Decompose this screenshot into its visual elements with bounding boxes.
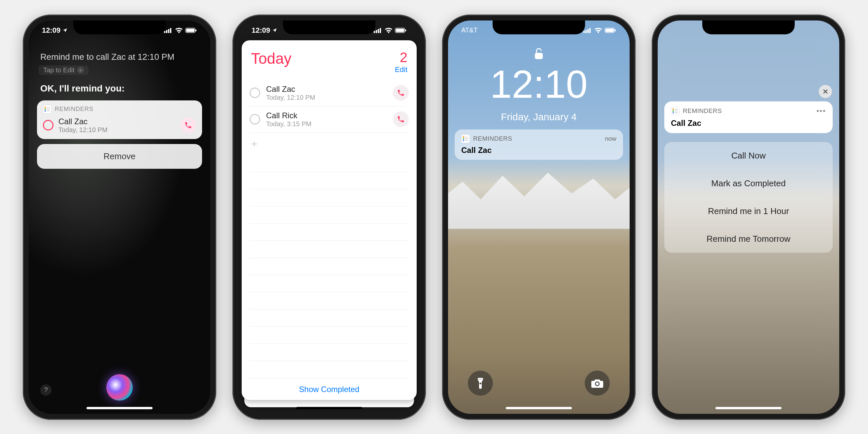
tap-to-edit-button[interactable]: Tap to Edit ›: [39, 65, 89, 75]
action-remind-tomorrow[interactable]: Remind me Tomorrow: [664, 225, 833, 253]
wifi-icon: [385, 27, 393, 33]
action-call-now[interactable]: Call Now: [664, 142, 833, 170]
svg-rect-9: [378, 29, 379, 33]
card-app-label: REMINDERS: [55, 106, 93, 113]
signal-icon: [583, 28, 592, 33]
reminder-item-sub: Today, 12:10 PM: [266, 94, 387, 101]
reminder-card[interactable]: REMINDERS Call Zac Today, 12:10 PM: [37, 100, 202, 139]
notch: [73, 21, 166, 34]
status-time: 12:09: [252, 26, 270, 35]
reminder-radio[interactable]: [250, 114, 260, 125]
reminder-item[interactable]: Call Zac Today, 12:10 PM: [250, 80, 409, 106]
edit-button[interactable]: Edit: [395, 65, 407, 74]
flashlight-button[interactable]: [468, 371, 493, 396]
wifi-icon: [175, 27, 183, 33]
empty-lines: [250, 155, 409, 378]
location-icon: [272, 28, 277, 33]
svg-rect-21: [535, 53, 543, 59]
battery-icon: [395, 27, 407, 33]
location-icon: [62, 28, 68, 33]
svg-rect-6: [195, 29, 196, 31]
svg-rect-8: [376, 30, 377, 33]
notification-title: Call Zac: [671, 119, 826, 128]
notch: [493, 21, 585, 34]
svg-rect-20: [615, 29, 616, 31]
siri-response: OK, I'll remind you:: [40, 83, 202, 94]
remove-button[interactable]: Remove: [37, 144, 202, 169]
reminder-item[interactable]: Call Rick Today, 3:15 PM: [250, 106, 409, 133]
svg-rect-12: [396, 29, 404, 32]
more-button[interactable]: •••: [816, 107, 826, 115]
siri-orb-icon[interactable]: [106, 374, 133, 401]
signal-icon: [164, 28, 173, 33]
action-mark-completed[interactable]: Mark as Completed: [664, 170, 833, 197]
carrier-label: AT&T: [461, 26, 478, 34]
show-completed-button[interactable]: Show Completed: [242, 378, 417, 404]
notification-time: now: [605, 135, 616, 142]
action-menu: Call Now Mark as Completed Remind me in …: [664, 142, 833, 253]
flashlight-icon: [475, 377, 486, 390]
siri-prompt: Remind me to call Zac at 12:10 PM: [37, 52, 202, 62]
phone-siri: 12:09 Remind me to call Zac at 12:10: [23, 14, 216, 420]
svg-rect-19: [606, 29, 614, 32]
svg-rect-10: [380, 28, 381, 33]
svg-rect-5: [186, 29, 194, 32]
call-button[interactable]: [180, 117, 196, 133]
battery-icon: [185, 27, 197, 33]
notification-app-label: REMINDERS: [473, 135, 513, 142]
svg-rect-17: [589, 28, 591, 33]
svg-rect-15: [585, 30, 587, 33]
call-button[interactable]: [393, 85, 409, 101]
phone-lock-screen: AT&T 12:10 Friday, January 4: [442, 14, 636, 420]
phone-icon: [184, 121, 192, 129]
reminders-app-icon: [671, 107, 680, 115]
close-button[interactable]: [819, 85, 832, 98]
home-indicator[interactable]: [715, 407, 781, 409]
camera-button[interactable]: [585, 371, 610, 396]
svg-rect-3: [170, 28, 172, 33]
phone-icon: [397, 89, 405, 97]
svg-rect-14: [583, 31, 585, 33]
reminder-item-title: Call Zac: [266, 85, 387, 94]
phone-reminders-app: 12:09 Today: [232, 14, 426, 420]
camera-icon: [591, 378, 603, 388]
plus-icon: +: [250, 137, 257, 150]
unlock-icon: [534, 47, 544, 60]
svg-rect-7: [374, 31, 375, 33]
svg-rect-2: [168, 29, 169, 33]
close-icon: [823, 89, 828, 94]
reminder-item-title: Call Rick: [266, 111, 387, 120]
reminder-radio[interactable]: [250, 88, 260, 98]
reminder-radio[interactable]: [43, 120, 54, 130]
svg-rect-0: [164, 31, 165, 33]
svg-rect-23: [478, 379, 483, 379]
reminder-item-sub: Today, 3:15 PM: [266, 120, 387, 128]
svg-rect-16: [587, 29, 589, 33]
reminders-app-icon: [43, 105, 52, 114]
call-button[interactable]: [393, 111, 409, 127]
list-title: Today: [251, 50, 291, 74]
notification-card[interactable]: REMINDERS now Call Zac: [455, 129, 623, 160]
notification-app-label: REMINDERS: [683, 107, 722, 115]
svg-point-25: [596, 382, 599, 385]
wifi-icon: [594, 27, 602, 33]
home-indicator[interactable]: [506, 407, 572, 409]
signal-icon: [374, 28, 382, 33]
status-time: 12:09: [42, 26, 60, 35]
notification-title: Call Zac: [461, 146, 616, 155]
add-reminder-button[interactable]: +: [250, 133, 409, 155]
home-indicator[interactable]: [296, 407, 362, 409]
lock-date: Friday, January 4: [448, 111, 630, 123]
help-button[interactable]: ?: [40, 384, 52, 396]
reminders-app-icon: [461, 134, 470, 143]
phone-icon: [397, 115, 405, 123]
phone-notification-actions: REMINDERS ••• Call Zac Call Now Mark as …: [652, 14, 845, 420]
action-remind-1-hour[interactable]: Remind me in 1 Hour: [664, 197, 833, 225]
reminder-title: Call Zac: [58, 117, 175, 126]
svg-rect-1: [166, 30, 167, 33]
home-indicator[interactable]: [87, 407, 153, 409]
notch: [702, 21, 795, 34]
lock-time: 12:10: [448, 62, 630, 107]
notification-card[interactable]: REMINDERS ••• Call Zac: [664, 101, 833, 133]
svg-rect-13: [405, 29, 406, 31]
